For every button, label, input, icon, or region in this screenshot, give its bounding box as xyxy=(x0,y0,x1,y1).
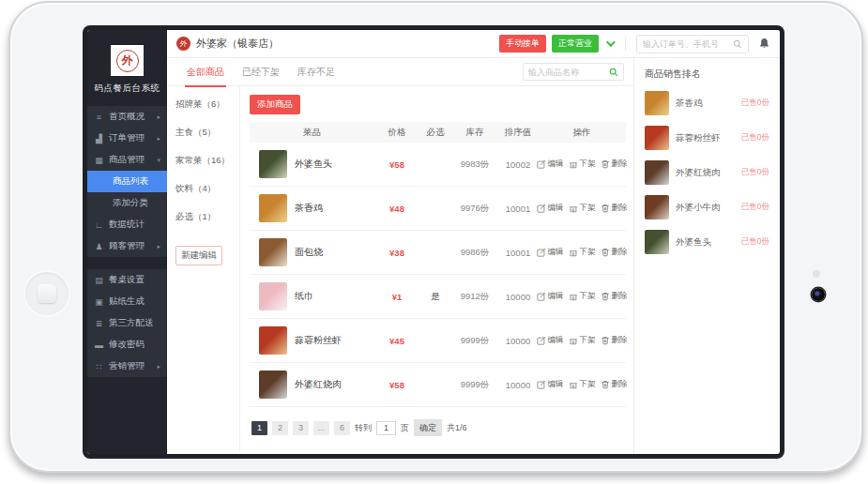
delete-button[interactable]: 删除 xyxy=(601,159,628,170)
ranking-item-photo xyxy=(645,230,669,254)
off-shelf-button[interactable]: 下架 xyxy=(569,379,596,390)
ranking-item-photo xyxy=(645,195,669,219)
sidebar-menu-item[interactable]: ▬ 修改密码 xyxy=(87,334,167,355)
sidebar-menu-item[interactable]: 商品列表 xyxy=(87,171,167,192)
page-button[interactable]: 1 xyxy=(251,421,267,435)
trash-icon xyxy=(601,292,610,301)
category-item[interactable]: 饮料（4） xyxy=(175,183,231,195)
delete-button[interactable]: 删除 xyxy=(601,203,628,214)
sidebar-menu-item[interactable]: ▟ 订单管理 ▸ xyxy=(87,128,167,149)
ranking-item-name: 外婆红烧肉 xyxy=(676,167,735,179)
ranking-list-item: 外婆红烧肉 已售0份 xyxy=(645,160,769,185)
sidebar-menu-item[interactable]: ▤ 餐桌设置 xyxy=(87,269,167,291)
category-item[interactable]: 必选（1） xyxy=(175,211,231,223)
goto-page-input[interactable] xyxy=(376,421,396,435)
menu-item-icon: ♟ xyxy=(94,242,104,251)
category-item[interactable]: 招牌菜（6） xyxy=(175,98,231,111)
page-button[interactable]: ... xyxy=(313,421,329,435)
page-button[interactable]: 2 xyxy=(272,421,288,435)
product-operations: 编辑 下架 删除 xyxy=(538,335,626,346)
product-price: ¥58 xyxy=(374,159,419,170)
edit-button[interactable]: 编辑 xyxy=(537,379,564,390)
menu-item-label: 顾客管理 xyxy=(109,240,145,252)
edit-label: 编辑 xyxy=(548,203,564,214)
product-name: 外婆红烧肉 xyxy=(295,378,342,391)
sidebar-menu-item[interactable]: ▣ 贴纸生成 xyxy=(87,291,167,312)
product-search-input[interactable] xyxy=(528,68,605,77)
notification-bell-icon[interactable] xyxy=(758,38,770,50)
sidebar-menu-item[interactable]: ≣ 第三方配送 xyxy=(87,312,167,334)
menu-item-icon: ▬ xyxy=(94,340,104,350)
product-table-area: 添加商品 菜品 价格 必选 库存 排序值 操作 xyxy=(240,86,633,454)
topbar: 外 外婆家（银泰店） 手动接单 正常营业 xyxy=(167,30,780,58)
order-search-input[interactable] xyxy=(643,39,729,49)
product-photo xyxy=(259,326,287,355)
menu-item-label: 商品列表 xyxy=(113,175,148,188)
edit-icon xyxy=(537,248,546,257)
off-shelf-icon xyxy=(569,248,578,257)
home-button[interactable] xyxy=(25,272,69,315)
tab[interactable]: 全部商品 xyxy=(185,57,226,87)
chevron-icon: ▸ xyxy=(157,135,160,143)
delete-button[interactable]: 删除 xyxy=(601,291,628,302)
total-pages-label: 共1/6 xyxy=(447,422,467,434)
confirm-button[interactable]: 确定 xyxy=(414,419,442,436)
category-item[interactable]: 主食（5） xyxy=(175,127,231,139)
delete-button[interactable]: 删除 xyxy=(601,247,628,258)
sidebar-menu-item[interactable]: ∟ 数据统计 xyxy=(87,214,167,235)
off-shelf-button[interactable]: 下架 xyxy=(569,247,596,258)
delete-button[interactable]: 删除 xyxy=(601,335,628,346)
page-button[interactable]: 6 xyxy=(334,421,350,435)
off-shelf-button[interactable]: 下架 xyxy=(569,159,596,170)
edit-button[interactable]: 编辑 xyxy=(537,159,564,170)
new-edit-button[interactable]: 新建编辑 xyxy=(175,246,222,265)
edit-icon xyxy=(537,336,546,345)
manual-order-button[interactable]: 手动接单 xyxy=(499,35,546,53)
product-name-cell: 蒜蓉粉丝虾 xyxy=(250,326,374,355)
ranking-list-item: 外婆小牛肉 已售0份 xyxy=(645,195,769,219)
edit-button[interactable]: 编辑 xyxy=(537,247,564,258)
edit-button[interactable]: 编辑 xyxy=(537,335,564,346)
product-table-row: 蒜蓉粉丝虾 ¥45 9999份 10000 编辑 下架 删除 xyxy=(250,319,626,363)
off-shelf-button[interactable]: 下架 xyxy=(569,291,596,302)
product-sort-value: 10000 xyxy=(498,380,538,390)
product-price: ¥1 xyxy=(374,292,419,302)
ranking-list-item: 外婆鱼头 已售0份 xyxy=(645,230,769,254)
sidebar-menu-item[interactable]: ≡ 首页概况 ▸ xyxy=(87,106,167,128)
product-name: 面包烧 xyxy=(295,246,323,259)
delete-label: 删除 xyxy=(612,203,628,214)
delete-label: 删除 xyxy=(612,247,628,258)
ranking-item-name: 外婆鱼头 xyxy=(676,236,735,249)
page-button[interactable]: 3 xyxy=(293,421,309,435)
home-button-square xyxy=(38,284,56,303)
tab[interactable]: 库存不足 xyxy=(296,57,337,87)
sidebar-menu-item[interactable]: 添加分类 xyxy=(87,192,167,214)
sidebar-menu-item[interactable]: ▦ 商品管理 ▾ xyxy=(87,149,167,171)
add-product-button[interactable]: 添加商品 xyxy=(250,95,300,114)
menu-item-icon: ▟ xyxy=(94,134,104,144)
sales-ranking-panel: 商品销售排名 茶香鸡 已售0份 蒜蓉粉丝虾 已售0份 外婆红烧肉 已售0份 外婆… xyxy=(633,58,780,454)
off-shelf-label: 下架 xyxy=(580,379,596,390)
tab[interactable]: 已经下架 xyxy=(240,57,282,87)
edit-icon xyxy=(537,380,546,389)
sidebar-menu-item[interactable]: ∷ 营销管理 ▸ xyxy=(87,355,167,377)
col-operations: 操作 xyxy=(538,127,626,139)
ranking-item-photo xyxy=(645,126,669,150)
menu-item-icon: ▤ xyxy=(94,276,104,285)
ranking-list: 茶香鸡 已售0份 蒜蓉粉丝虾 已售0份 外婆红烧肉 已售0份 外婆小牛肉 已售0… xyxy=(645,91,769,254)
edit-button[interactable]: 编辑 xyxy=(537,291,564,302)
off-shelf-label: 下架 xyxy=(580,159,596,170)
category-item[interactable]: 家常菜（16） xyxy=(175,155,231,167)
delete-button[interactable]: 删除 xyxy=(601,379,628,390)
status-chevron-down-icon[interactable] xyxy=(606,38,616,47)
sidebar-menu-group: ≡ 首页概况 ▸ ▟ 订单管理 ▸ ▦ 商品管理 ▾ 商品列表 添加分类 ∟ 数… xyxy=(87,106,167,257)
menu-item-icon: ∷ xyxy=(94,362,104,371)
edit-button[interactable]: 编辑 xyxy=(537,203,564,214)
menu-item-label: 营销管理 xyxy=(109,360,145,372)
off-shelf-button[interactable]: 下架 xyxy=(569,203,596,214)
col-price: 价格 xyxy=(374,127,419,139)
off-shelf-button[interactable]: 下架 xyxy=(569,335,596,346)
business-status-button[interactable]: 正常营业 xyxy=(552,35,599,53)
sidebar-menu-item[interactable]: ♟ 顾客管理 ▸ xyxy=(87,235,167,257)
product-name-cell: 纸巾 xyxy=(250,282,374,310)
